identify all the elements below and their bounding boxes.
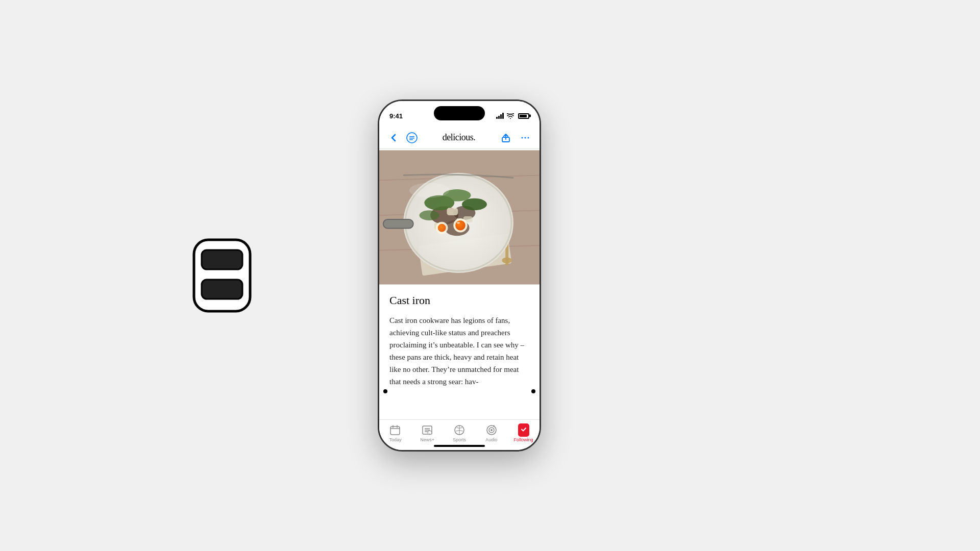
scroll-dot-mid-right [531,389,535,393]
nav-title: delicious. [443,132,476,143]
audio-icon-svg [486,424,497,436]
tab-following[interactable]: Following [509,424,537,442]
following-icon-svg [519,424,528,434]
svg-rect-5 [409,138,414,139]
scroll-dots-mid [379,389,540,393]
svg-point-34 [457,222,460,224]
article-hero-image [379,149,540,286]
signal-icon [496,113,504,119]
navigation-bar: delicious. [379,127,540,149]
svg-rect-27 [447,208,458,215]
svg-rect-35 [383,219,413,229]
reader-icon [406,132,418,143]
status-time: 9:41 [389,112,403,120]
battery-icon [518,113,529,119]
newsplus-tab-label: News+ [420,437,434,442]
following-tab-label: Following [514,437,533,442]
tab-sports[interactable]: Sports [445,424,473,442]
dynamic-island [434,106,485,120]
following-tab-icon [518,424,530,436]
scroll-dot-mid-left [383,389,387,393]
svg-rect-6 [409,139,413,140]
newsplus-tab-icon: + [421,424,433,436]
svg-text:+: + [429,432,431,435]
back-chevron-icon [391,134,396,142]
svg-point-37 [409,183,450,197]
status-icons [496,113,529,119]
svg-point-52 [491,429,493,431]
tab-newsplus[interactable]: + News+ [413,424,442,442]
svg-point-54 [520,425,528,433]
svg-point-24 [462,198,487,211]
today-tab-label: Today [389,437,401,442]
svg-rect-2 [202,280,242,299]
car-svg [184,224,260,327]
sports-tab-label: Sports [453,437,466,442]
more-button[interactable] [518,131,532,145]
more-icon [520,133,530,143]
svg-point-9 [525,137,526,138]
home-indicator [434,445,485,447]
tab-today[interactable]: Today [381,424,409,442]
article-content: Cast iron Cast iron cookware has legions… [379,286,540,419]
svg-point-10 [528,137,529,138]
share-icon [501,133,510,143]
article-title: Cast iron [389,294,529,307]
share-button[interactable] [499,131,513,145]
phone-body: 9:41 [378,99,541,452]
svg-point-33 [438,224,446,232]
sports-tab-icon [453,424,465,436]
svg-rect-4 [409,136,414,137]
back-button[interactable] [386,131,401,145]
reader-icon-button[interactable] [405,131,419,145]
article-body: Cast iron cookware has legions of fans, … [389,314,529,388]
car-illustration [184,224,260,327]
svg-point-31 [455,220,465,231]
newsplus-icon-svg: + [422,424,433,436]
today-tab-icon [389,424,401,436]
svg-point-8 [522,137,523,138]
svg-rect-38 [390,427,400,435]
wifi-icon [507,113,514,119]
svg-rect-1 [202,250,242,269]
audio-tab-label: Audio [485,437,497,442]
svg-point-26 [420,210,439,220]
today-icon-svg [389,424,401,436]
sports-icon-svg [454,424,465,436]
phone-mockup: 9:41 [378,99,541,452]
food-image-svg [379,149,540,286]
audio-tab-icon [485,424,498,436]
tab-audio[interactable]: Audio [477,424,505,442]
